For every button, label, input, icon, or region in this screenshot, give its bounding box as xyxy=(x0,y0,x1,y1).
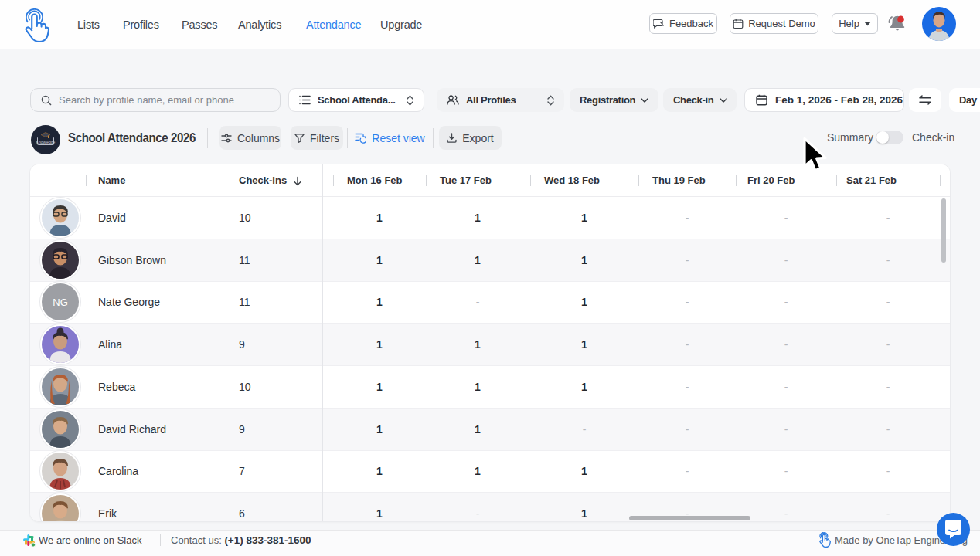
svg-text:Knowledge: Knowledge xyxy=(36,140,56,144)
svg-text:NG: NG xyxy=(53,297,68,308)
